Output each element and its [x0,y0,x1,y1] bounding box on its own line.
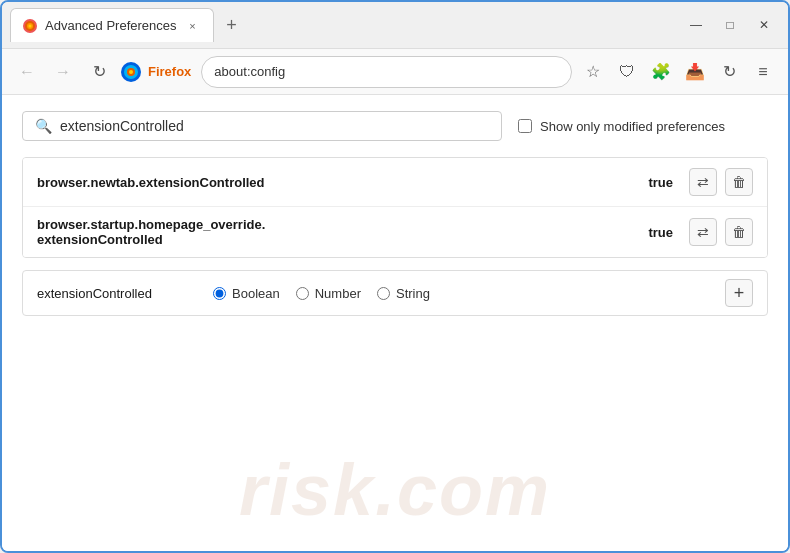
reload-button[interactable]: ↻ [84,57,114,87]
extension-button[interactable]: 🧩 [646,57,676,87]
tab-title: Advanced Preferences [45,18,177,33]
nav-bar: ← → ↻ Firefox about:config ☆ 🛡 🧩 📥 ↻ ≡ [2,49,788,95]
firefox-brand-label: Firefox [148,64,191,79]
transfer-icon: ⇄ [697,174,709,190]
transfer-icon: ⇄ [697,224,709,240]
back-button[interactable]: ← [12,57,42,87]
radio-boolean-input[interactable] [213,287,226,300]
search-wrapper[interactable]: 🔍 [22,111,502,141]
minimize-button[interactable]: — [680,11,712,39]
radio-string-input[interactable] [377,287,390,300]
pref-name-line2: extensionControlled [37,232,163,247]
svg-point-2 [29,24,32,27]
window-controls: — □ ✕ [680,11,780,39]
watermark: risk.com [239,449,551,531]
nav-icons: ☆ 🛡 🧩 📥 ↻ ≡ [578,57,778,87]
url-text: about:config [214,64,285,79]
delete-button[interactable]: 🗑 [725,168,753,196]
svg-point-6 [129,70,133,74]
pref-value: true [648,225,673,240]
pref-value: true [648,175,673,190]
toggle-button[interactable]: ⇄ [689,168,717,196]
add-pref-button[interactable]: + [725,279,753,307]
tab-favicon [23,19,37,33]
browser-window: Advanced Preferences × + — □ ✕ ← → ↻ Fir… [0,0,790,553]
show-modified-row: Show only modified preferences [518,119,725,134]
new-pref-name: extensionControlled [37,286,197,301]
new-tab-button[interactable]: + [218,11,246,39]
radio-boolean[interactable]: Boolean [213,286,280,301]
delete-button[interactable]: 🗑 [725,218,753,246]
radio-number-input[interactable] [296,287,309,300]
search-row: 🔍 Show only modified preferences [22,111,768,141]
radio-string[interactable]: String [377,286,430,301]
toggle-button[interactable]: ⇄ [689,218,717,246]
search-input[interactable] [60,118,489,134]
trash-icon: 🗑 [732,174,746,190]
type-radio-group: Boolean Number String [213,286,709,301]
menu-button[interactable]: ≡ [748,57,778,87]
radio-number-label: Number [315,286,361,301]
bookmark-button[interactable]: ☆ [578,57,608,87]
forward-button[interactable]: → [48,57,78,87]
radio-number[interactable]: Number [296,286,361,301]
title-bar: Advanced Preferences × + — □ ✕ [2,2,788,49]
pref-name: browser.newtab.extensionControlled [37,175,648,190]
shield-button[interactable]: 🛡 [612,57,642,87]
new-pref-row: extensionControlled Boolean Number Strin… [22,270,768,316]
firefox-logo-icon [120,61,142,83]
tab-close-button[interactable]: × [185,18,201,34]
result-actions: ⇄ 🗑 [689,218,753,246]
show-modified-label[interactable]: Show only modified preferences [540,119,725,134]
results-table: browser.newtab.extensionControlled true … [22,157,768,258]
download-button[interactable]: 📥 [680,57,710,87]
radio-string-label: String [396,286,430,301]
url-bar[interactable]: about:config [201,56,572,88]
show-modified-checkbox[interactable] [518,119,532,133]
browser-tab[interactable]: Advanced Preferences × [10,8,214,42]
table-row[interactable]: browser.startup.homepage_override. exten… [23,207,767,257]
sync-button[interactable]: ↻ [714,57,744,87]
pref-name: browser.startup.homepage_override. exten… [37,217,648,247]
pref-name-line1: browser.startup.homepage_override. [37,217,265,232]
trash-icon: 🗑 [732,224,746,240]
radio-boolean-label: Boolean [232,286,280,301]
maximize-button[interactable]: □ [714,11,746,39]
result-actions: ⇄ 🗑 [689,168,753,196]
content-area: risk.com 🔍 Show only modified preference… [2,95,788,551]
close-button[interactable]: ✕ [748,11,780,39]
table-row[interactable]: browser.newtab.extensionControlled true … [23,158,767,207]
search-icon: 🔍 [35,118,52,134]
